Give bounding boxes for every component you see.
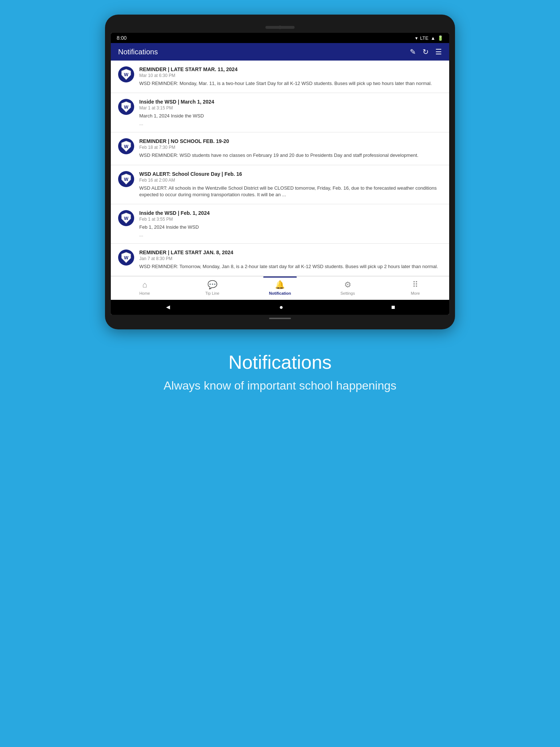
refresh-icon[interactable]: ↻ [423, 47, 429, 56]
school-shield-icon-3: W [120, 140, 132, 152]
home-indicator [269, 318, 291, 319]
svg-text:W: W [124, 216, 129, 221]
battery-icon: 🔋 [438, 35, 443, 41]
avatar-6: W [118, 249, 134, 266]
notif-content-5: Inside the WSD | Feb. 1, 2024 Feb 1 at 3… [139, 210, 442, 237]
avatar-3: W [118, 138, 134, 154]
notif-item-1[interactable]: W REMINDER | LATE START MAR. 11, 2024 Ma… [111, 61, 449, 93]
more-icon: ⠿ [412, 280, 418, 290]
nav-label-notification: Notification [269, 291, 291, 295]
caption-subtitle: Always know of important school happenin… [164, 379, 397, 392]
notif-item-4[interactable]: W WSD ALERT: School Closure Day | Feb. 1… [111, 165, 449, 204]
wifi-icon: ▾ [415, 35, 418, 41]
notif-time-6: Jan 7 at 8:30 PM [139, 256, 442, 261]
lte-label: LTE [420, 35, 428, 41]
notif-ellipsis-5: ... [139, 232, 442, 237]
status-time: 8:00 [117, 35, 127, 41]
notif-ellipsis-2: ... [139, 121, 442, 126]
notif-title-5: Inside the WSD | Feb. 1, 2024 [139, 210, 442, 216]
notif-body-3: WSD REMINDER: WSD students have no class… [139, 152, 442, 159]
notif-content-2: Inside the WSD | March 1, 2024 Mar 1 at … [139, 99, 442, 126]
notif-content-1: REMINDER | LATE START MAR. 11, 2024 Mar … [139, 66, 442, 87]
header-icons: ✎ ↻ ☰ [410, 47, 442, 56]
home-icon: ⌂ [142, 280, 147, 290]
filter-icon[interactable]: ☰ [435, 47, 442, 56]
bottom-nav: ⌂ Home 💬 Tip Line 🔔 Notification ⚙ Setti… [111, 276, 449, 300]
svg-text:W: W [124, 255, 129, 260]
notif-body-4: WSD ALERT: All schools in the Wentzville… [139, 185, 442, 198]
page-title: Notifications [118, 48, 158, 56]
school-shield-icon-1: W [120, 69, 132, 80]
tipline-icon: 💬 [207, 280, 217, 290]
nav-label-tipline: Tip Line [205, 291, 219, 295]
nav-label-settings: Settings [341, 291, 355, 295]
notif-item-5[interactable]: W Inside the WSD | Feb. 1, 2024 Feb 1 at… [111, 204, 449, 244]
avatar-1: W [118, 66, 134, 82]
notif-title-1: REMINDER | LATE START MAR. 11, 2024 [139, 66, 442, 72]
signal-icon: ▲ [431, 35, 435, 41]
nav-item-home[interactable]: ⌂ Home [111, 280, 179, 295]
school-shield-icon-5: W [120, 212, 132, 224]
recents-button[interactable]: ■ [391, 303, 395, 311]
caption-area: Notifications Always know of important s… [135, 351, 426, 392]
notif-item-2[interactable]: W Inside the WSD | March 1, 2024 Mar 1 a… [111, 93, 449, 132]
notif-content-3: REMINDER | NO SCHOOL FEB. 19-20 Feb 18 a… [139, 138, 442, 159]
back-button[interactable]: ◄ [165, 303, 171, 311]
svg-text:W: W [124, 72, 129, 77]
status-bar: 8:00 ▾ LTE ▲ 🔋 [111, 33, 449, 43]
notification-icon: 🔔 [275, 280, 285, 290]
school-shield-icon-4: W [120, 173, 132, 185]
notif-time-3: Feb 18 at 7:30 PM [139, 145, 442, 150]
notif-time-5: Feb 1 at 3:55 PM [139, 217, 442, 222]
notif-item-3[interactable]: W REMINDER | NO SCHOOL FEB. 19-20 Feb 18… [111, 132, 449, 165]
notif-content-6: REMINDER | LATE START JAN. 8, 2024 Jan 7… [139, 249, 442, 270]
tablet-top-bar [111, 22, 449, 33]
settings-icon: ⚙ [344, 280, 351, 290]
tablet-camera [278, 26, 282, 29]
avatar-5: W [118, 210, 134, 226]
nav-label-more: More [411, 291, 420, 295]
tablet-frame: 8:00 ▾ LTE ▲ 🔋 Notifications ✎ ↻ ☰ [105, 15, 455, 329]
nav-item-settings[interactable]: ⚙ Settings [314, 280, 382, 295]
notif-content-4: WSD ALERT: School Closure Day | Feb. 16 … [139, 171, 442, 198]
notif-title-2: Inside the WSD | March 1, 2024 [139, 99, 442, 105]
notif-body-5: Feb 1, 2024 Inside the WSD [139, 224, 442, 231]
notif-body-6: WSD REMINDER: Tomorrow, Monday, Jan 8, i… [139, 263, 442, 270]
home-button[interactable]: ● [279, 303, 283, 311]
notif-title-6: REMINDER | LATE START JAN. 8, 2024 [139, 249, 442, 255]
notif-body-1: WSD REMINDER: Monday, Mar. 11, is a two-… [139, 80, 442, 87]
notification-list: W REMINDER | LATE START MAR. 11, 2024 Ma… [111, 61, 449, 276]
avatar-4: W [118, 171, 134, 187]
svg-text:W: W [124, 144, 129, 149]
edit-icon[interactable]: ✎ [410, 47, 416, 56]
nav-item-notification[interactable]: 🔔 Notification [246, 280, 314, 295]
android-nav: ◄ ● ■ [111, 300, 449, 315]
notif-item-6[interactable]: W REMINDER | LATE START JAN. 8, 2024 Jan… [111, 244, 449, 276]
status-right: ▾ LTE ▲ 🔋 [415, 35, 443, 41]
app-header: Notifications ✎ ↻ ☰ [111, 43, 449, 61]
notif-title-3: REMINDER | NO SCHOOL FEB. 19-20 [139, 138, 442, 144]
nav-item-tipline[interactable]: 💬 Tip Line [179, 280, 246, 295]
school-shield-icon-6: W [120, 252, 132, 263]
nav-label-home: Home [139, 291, 150, 295]
school-shield-icon-2: W [120, 101, 132, 113]
tablet-bottom-bar [111, 315, 449, 322]
tablet-screen: 8:00 ▾ LTE ▲ 🔋 Notifications ✎ ↻ ☰ [111, 33, 449, 315]
nav-item-more[interactable]: ⠿ More [381, 280, 449, 295]
notif-body-2: March 1, 2024 Inside the WSD [139, 113, 442, 119]
svg-text:W: W [124, 176, 129, 182]
notif-title-4: WSD ALERT: School Closure Day | Feb. 16 [139, 171, 442, 177]
notif-time-2: Mar 1 at 3:15 PM [139, 105, 442, 111]
notif-time-1: Mar 10 at 6:30 PM [139, 73, 442, 78]
notif-time-4: Feb 16 at 2:00 AM [139, 178, 442, 183]
caption-title: Notifications [164, 351, 397, 373]
svg-text:W: W [124, 104, 129, 110]
avatar-2: W [118, 99, 134, 115]
